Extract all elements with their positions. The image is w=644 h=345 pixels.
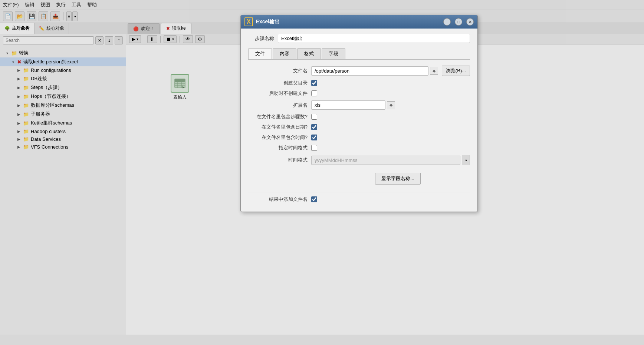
time-format-input-group: ▾	[311, 155, 470, 165]
include-time-row: 在文件名里包含时间?	[248, 134, 470, 141]
include-date-row: 在文件名里包含日期?	[248, 124, 470, 130]
step-name-input[interactable]	[278, 34, 470, 43]
specify-time-format-row: 指定时间格式	[248, 145, 470, 151]
include-stepcount-checkbox[interactable]	[311, 114, 317, 120]
modal-divider	[248, 192, 470, 192]
include-stepcount-label: 在文件名里包含步骤数?	[248, 113, 308, 120]
show-fields-row: 显示字段名称...	[312, 170, 470, 188]
time-format-input	[311, 156, 460, 165]
include-date-label: 在文件名里包含日期?	[248, 124, 308, 130]
filename-diamond-button[interactable]: ◆	[430, 67, 438, 75]
include-stepcount-row: 在文件名里包含步骤数?	[248, 113, 470, 120]
no-create-launch-label: 启动时不创建文件	[248, 90, 308, 97]
modal-body: 步骤名称 文件 内容 格式 字段 文件名 ◆ 浏览(B)..	[241, 29, 477, 212]
specify-time-format-label: 指定时间格式	[248, 145, 308, 151]
step-name-row: 步骤名称	[248, 34, 470, 43]
modal-title-icon: X	[244, 17, 253, 26]
extension-input[interactable]	[311, 100, 385, 110]
time-format-label: 时间格式	[248, 157, 308, 163]
modal-minimize-button[interactable]: −	[443, 18, 451, 26]
filename-row: 文件名 ◆ 浏览(B)...	[248, 66, 470, 76]
extension-input-group: ◆	[311, 100, 470, 110]
no-create-launch-row: 启动时不创建文件	[248, 90, 470, 97]
filename-input-group: ◆	[311, 66, 438, 76]
add-filename-result-row: 结果中添加文件名	[248, 196, 470, 203]
extension-row: 扩展名 ◆	[248, 100, 470, 110]
create-parent-dir-label: 创建父目录	[248, 80, 308, 86]
create-parent-dir-checkbox[interactable]	[311, 80, 317, 86]
dialog-tab-format[interactable]: 格式	[297, 48, 321, 59]
modal-titlebar: X Excel输出 − □ ✕	[241, 15, 477, 29]
modal-title: Excel输出	[256, 19, 439, 25]
modal-excel-output: X Excel输出 − □ ✕ 步骤名称 文件 内容 格式 字段	[240, 15, 478, 212]
file-tab-content: 文件名 ◆ 浏览(B)... 创建父目录 启动时不创建文件	[248, 66, 470, 203]
time-format-dropdown-arrow[interactable]: ▾	[462, 155, 470, 165]
filename-input[interactable]	[311, 66, 428, 76]
filename-label: 文件名	[248, 67, 308, 74]
extension-label: 扩展名	[248, 102, 308, 109]
add-filename-result-checkbox[interactable]	[311, 196, 317, 202]
show-fields-button[interactable]: 显示字段名称...	[375, 173, 421, 185]
time-format-row: 时间格式 ▾	[248, 155, 470, 165]
include-time-checkbox[interactable]	[311, 135, 317, 140]
create-parent-dir-row: 创建父目录	[248, 80, 470, 86]
no-create-launch-checkbox[interactable]	[311, 90, 317, 96]
modal-close-button[interactable]: ✕	[466, 18, 474, 26]
browse-button[interactable]: 浏览(B)...	[442, 66, 470, 76]
extension-diamond-button[interactable]: ◆	[387, 101, 395, 109]
modal-restore-button[interactable]: □	[455, 18, 462, 26]
add-filename-result-label: 结果中添加文件名	[248, 196, 308, 203]
dialog-tabs: 文件 内容 格式 字段	[248, 48, 470, 60]
dialog-tab-file[interactable]: 文件	[248, 48, 272, 59]
specify-time-format-checkbox[interactable]	[311, 145, 317, 151]
include-time-label: 在文件名里包含时间?	[248, 134, 308, 141]
include-date-checkbox[interactable]	[311, 124, 317, 130]
dialog-tab-content[interactable]: 内容	[273, 48, 296, 59]
step-name-label: 步骤名称	[248, 35, 274, 42]
dialog-tab-fields[interactable]: 字段	[322, 48, 345, 59]
modal-overlay: X Excel输出 − □ ✕ 步骤名称 文件 内容 格式 字段	[0, 0, 644, 335]
